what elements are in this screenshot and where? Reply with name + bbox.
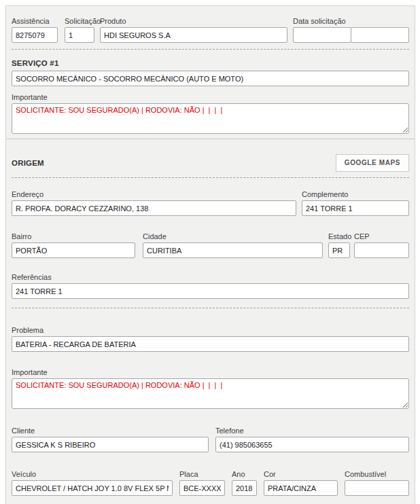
solicitacao-field: Solicitação [65, 17, 94, 43]
produto-label: Produto [100, 17, 287, 25]
cidade-label: Cidade [143, 232, 323, 240]
combustivel-field: Combustível [345, 470, 409, 496]
referencias-label: Referências [12, 273, 409, 281]
complemento-input[interactable] [302, 200, 409, 216]
data-solicitacao-time-input[interactable] [351, 27, 409, 43]
assistance-form-panel: Assistência Solicitação Produto Data sol… [5, 5, 415, 504]
produto-field: Produto [100, 17, 287, 43]
data-solicitacao-field: Data solicitação [293, 17, 409, 43]
header-row: Assistência Solicitação Produto Data sol… [12, 17, 409, 43]
cidade-input[interactable] [143, 242, 323, 258]
cidade-field: Cidade [143, 232, 323, 258]
servico-input[interactable] [12, 71, 409, 86]
cliente-input[interactable] [12, 437, 209, 452]
assistencia-label: Assistência [12, 17, 58, 25]
dashed-separator [12, 177, 409, 178]
telefone-input[interactable] [215, 437, 409, 452]
cep-field: CEP [354, 232, 409, 258]
problema-input[interactable] [12, 336, 409, 352]
problema-label: Problema [12, 326, 409, 334]
estado-label: Estado [328, 232, 350, 240]
cor-label: Cor [264, 470, 338, 478]
origem-section-title: ORIGEM [12, 159, 44, 167]
data-solicitacao-date-input[interactable] [293, 27, 351, 43]
veiculo-row: Veículo Placa Ano Cor Combustível [12, 470, 409, 496]
cor-field: Cor [264, 470, 338, 496]
placa-input[interactable] [179, 480, 225, 496]
referencias-field: Referências [12, 273, 409, 299]
section-divider [6, 139, 415, 139]
solicitacao-label: Solicitação [65, 17, 94, 25]
endereco-field: Endereço [12, 190, 296, 216]
veiculo-input[interactable] [12, 480, 173, 496]
assistencia-field: Assistência [12, 17, 58, 43]
complemento-label: Complemento [302, 190, 409, 198]
cep-input[interactable] [354, 242, 409, 258]
telefone-field: Telefone [215, 427, 409, 452]
placa-field: Placa [179, 470, 225, 496]
problema-field: Problema [12, 326, 409, 352]
importante-label: Importante [12, 368, 409, 376]
cor-input[interactable] [264, 480, 338, 496]
problema-importante-textarea[interactable]: SOLICITANTE: SOU SEGURADO(A) | RODOVIA: … [12, 378, 409, 409]
estado-field: Estado [328, 232, 350, 258]
estado-input[interactable] [328, 242, 350, 258]
cep-label: CEP [354, 232, 409, 240]
bairro-row: Bairro Cidade Estado CEP [12, 232, 409, 258]
veiculo-field: Veículo [12, 470, 173, 496]
placa-label: Placa [179, 470, 225, 478]
importante-label: Importante [12, 93, 409, 101]
endereco-row: Endereço Complemento [12, 190, 409, 216]
problema-row: Problema [12, 326, 409, 352]
cliente-label: Cliente [12, 427, 209, 435]
telefone-label: Telefone [215, 427, 409, 435]
bairro-label: Bairro [12, 232, 135, 240]
solicitacao-input[interactable] [65, 27, 94, 43]
origem-header: ORIGEM GOOGLE MAPS [12, 154, 409, 172]
referencias-row: Referências [12, 273, 409, 299]
servico-section-title: SERVIÇO #1 [12, 59, 409, 67]
dashed-separator [12, 49, 409, 50]
servico-importante-textarea[interactable]: SOLICITANTE: SOU SEGURADO(A) | RODOVIA: … [12, 103, 409, 134]
produto-input[interactable] [100, 27, 287, 43]
veiculo-label: Veículo [12, 470, 173, 478]
combustivel-label: Combustível [345, 470, 409, 478]
cliente-field: Cliente [12, 427, 209, 452]
dashed-separator [12, 308, 409, 308]
bairro-input[interactable] [12, 242, 135, 258]
endereco-label: Endereço [12, 190, 296, 198]
ano-label: Ano [232, 470, 257, 478]
google-maps-button[interactable]: GOOGLE MAPS [336, 154, 409, 172]
complemento-field: Complemento [302, 190, 409, 216]
cliente-row: Cliente Telefone [12, 427, 409, 452]
assistencia-input[interactable] [12, 27, 58, 43]
ano-input[interactable] [232, 480, 257, 496]
referencias-input[interactable] [12, 283, 409, 299]
endereco-input[interactable] [12, 200, 296, 216]
combustivel-input[interactable] [345, 480, 409, 496]
ano-field: Ano [232, 470, 257, 496]
bairro-field: Bairro [12, 232, 135, 258]
data-solicitacao-label: Data solicitação [293, 17, 409, 25]
